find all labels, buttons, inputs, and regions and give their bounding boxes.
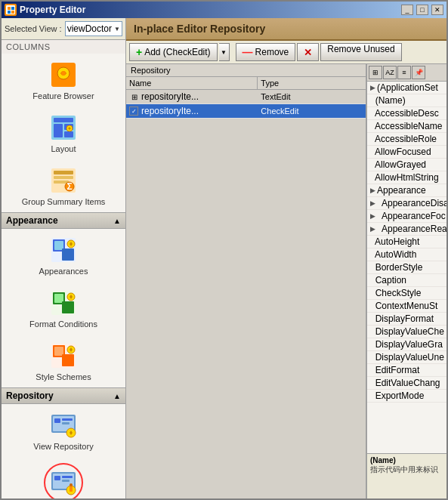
- selected-view-value: viewDoctor: [67, 23, 112, 34]
- props-item-editformat[interactable]: EditFormat: [367, 364, 446, 377]
- table-header: Name Type: [126, 77, 366, 90]
- table-row[interactable]: ⊞ repositoryIte... TextEdit: [126, 90, 366, 104]
- view-repository-icon: [48, 410, 79, 440]
- plus-icon: +: [136, 46, 142, 58]
- props-item-checkstyle-label: CheckStyle: [370, 288, 421, 298]
- props-item-displayvaluegra-label: DisplayValueGra: [370, 339, 443, 350]
- props-item-autoheight-label: AutoHeight: [370, 236, 419, 247]
- props-item-autowidth[interactable]: AutoWidth: [367, 248, 446, 261]
- props-item-displayvaluecha-label: DisplayValueChe: [370, 326, 444, 337]
- props-item-name-label: (Name): [370, 95, 406, 106]
- format-conditions-label: Format Conditions: [29, 319, 97, 329]
- sidebar-item-style-schemes[interactable]: Style Schemes: [2, 335, 125, 387]
- props-item-displayvaluegra[interactable]: DisplayValueGra: [367, 338, 446, 351]
- add-dropdown-button[interactable]: ▼: [219, 43, 230, 61]
- svg-rect-32: [54, 347, 63, 356]
- main-area: In-place Editor Repository + Add (CheckE…: [126, 18, 446, 498]
- props-item-appearancedisa[interactable]: ▶ AppearanceDisa: [367, 197, 446, 210]
- props-list-btn[interactable]: ≡: [397, 66, 411, 79]
- svg-rect-45: [62, 480, 70, 482]
- props-item-appearancefoc-label: AppearanceFoc: [377, 211, 446, 221]
- remove-unused-button[interactable]: Remove Unused: [320, 43, 401, 61]
- expand-icon: ▶: [370, 84, 375, 91]
- table-area: Repository Name Type ⊞ repositoryIte... …: [126, 64, 446, 498]
- selected-view-dropdown[interactable]: viewDoctor ▼: [65, 21, 122, 36]
- repository-section-header[interactable]: Repository ▲: [2, 387, 125, 404]
- props-item-borderstyle-label: BorderStyle: [370, 262, 422, 273]
- style-schemes-icon: [48, 341, 79, 371]
- props-item-accessrole[interactable]: AccessibleRole: [367, 133, 446, 146]
- remove-button-label: Remove: [255, 47, 289, 57]
- appearance-section-header[interactable]: Appearance ▲: [2, 212, 125, 229]
- minus-icon: —: [243, 46, 253, 58]
- table-row-selected[interactable]: ✓ repositoryIte... CheckEdit: [126, 104, 366, 119]
- props-item-appearancefoc[interactable]: ▶ AppearanceFoc: [367, 210, 446, 223]
- expand-icon-rea: ▶: [370, 225, 375, 233]
- props-item-autowidth-label: AutoWidth: [370, 249, 416, 260]
- svg-rect-10: [54, 124, 63, 137]
- svg-point-48: [70, 483, 73, 486]
- layout-label: Layout: [51, 144, 76, 153]
- props-item-editvaluechang[interactable]: EditValueChang: [367, 377, 446, 390]
- props-item-accessname[interactable]: AccessibleName: [367, 120, 446, 133]
- props-item-allowgrayed[interactable]: AllowGrayed: [367, 159, 446, 171]
- add-button[interactable]: + Add (CheckEdit): [129, 43, 218, 61]
- props-item-name[interactable]: (Name): [367, 94, 446, 107]
- maximize-button[interactable]: □: [416, 5, 428, 15]
- sidebar-item-feature-browser[interactable]: Feature Browser: [2, 54, 125, 106]
- sidebar-item-appearances[interactable]: Appearances: [2, 229, 125, 282]
- props-item-exportmode[interactable]: ExportMode: [367, 390, 446, 403]
- svg-rect-39: [62, 422, 70, 424]
- col-name-header: Name: [126, 77, 258, 89]
- props-item-accessdesc[interactable]: AccessibleDesc: [367, 107, 446, 120]
- props-sort-btn[interactable]: ⊞: [369, 66, 382, 79]
- svg-rect-2: [11, 7, 14, 10]
- close-button[interactable]: ✕: [431, 5, 443, 15]
- minimize-button[interactable]: _: [401, 5, 413, 15]
- props-item-accessdesc-label: AccessibleDesc: [370, 108, 439, 119]
- sidebar-item-layout[interactable]: Layout: [2, 106, 125, 159]
- props-item-displayvaluecha[interactable]: DisplayValueChe: [367, 326, 446, 338]
- appearances-icon: [48, 235, 79, 265]
- props-item-accessname-label: AccessibleName: [370, 121, 442, 131]
- props-item-caption-label: Caption: [370, 275, 406, 285]
- props-item-allowfocused-label: AllowFocused: [370, 147, 431, 157]
- props-item-checkstyle[interactable]: CheckStyle: [367, 287, 446, 300]
- props-item-appearance[interactable]: ▶ Appearance: [367, 184, 446, 197]
- close-button-toolbar[interactable]: ✕: [297, 43, 319, 61]
- props-item-displayformat[interactable]: DisplayFormat: [367, 313, 446, 326]
- props-pin-btn[interactable]: 📌: [412, 66, 425, 79]
- props-item-displayvalueune[interactable]: DisplayValueUne: [367, 351, 446, 364]
- x-icon: ✕: [304, 47, 312, 58]
- properties-panel: ⊞ AZ ≡ 📌 ▶ (ApplicationSet (Name): [366, 64, 446, 498]
- dropdown-arrow-icon: ▼: [114, 26, 120, 32]
- svg-rect-4: [11, 11, 14, 14]
- format-conditions-icon: [48, 288, 79, 318]
- table-cell-name-1: ⊞ repositoryIte...: [126, 90, 258, 103]
- props-item-contextmenu[interactable]: ContextMenuSt: [367, 300, 446, 313]
- props-item-caption[interactable]: Caption: [367, 274, 446, 287]
- props-item-borderstyle[interactable]: BorderStyle: [367, 261, 446, 274]
- columns-header: Columns: [2, 40, 125, 54]
- sidebar-item-inplace-editor[interactable]: In-place EditorRepository: [2, 457, 125, 498]
- props-item-allowhtml[interactable]: AllowHtmlString: [367, 171, 446, 184]
- props-item-allowfocused[interactable]: AllowFocused: [367, 146, 446, 159]
- svg-rect-33: [62, 354, 74, 366]
- props-status: (Name) 指示代码中用来标识: [367, 453, 446, 498]
- props-alpha-btn[interactable]: AZ: [383, 66, 397, 79]
- repository-items: View Repository: [2, 404, 125, 498]
- view-repository-label: View Repository: [33, 442, 93, 451]
- props-item-exportmode-label: ExportMode: [370, 390, 424, 401]
- sidebar-item-view-repository[interactable]: View Repository: [2, 404, 125, 457]
- props-item-autoheight[interactable]: AutoHeight: [367, 236, 446, 248]
- appearances-label: Appearances: [39, 267, 88, 276]
- props-item-appearancerea[interactable]: ▶ AppearanceRea: [367, 223, 446, 236]
- sidebar-item-group-summary[interactable]: Σ Group Summary Items: [2, 159, 125, 212]
- remove-button[interactable]: — Remove: [236, 43, 296, 61]
- props-item-label: (ApplicationSet: [377, 82, 438, 93]
- svg-rect-15: [54, 171, 73, 174]
- props-item-appearance-label: Appearance: [377, 185, 426, 196]
- props-item-editvaluechang-label: EditValueChang: [370, 378, 440, 388]
- props-item-appset[interactable]: ▶ (ApplicationSet: [367, 82, 446, 94]
- sidebar-item-format-conditions[interactable]: Format Conditions: [2, 282, 125, 335]
